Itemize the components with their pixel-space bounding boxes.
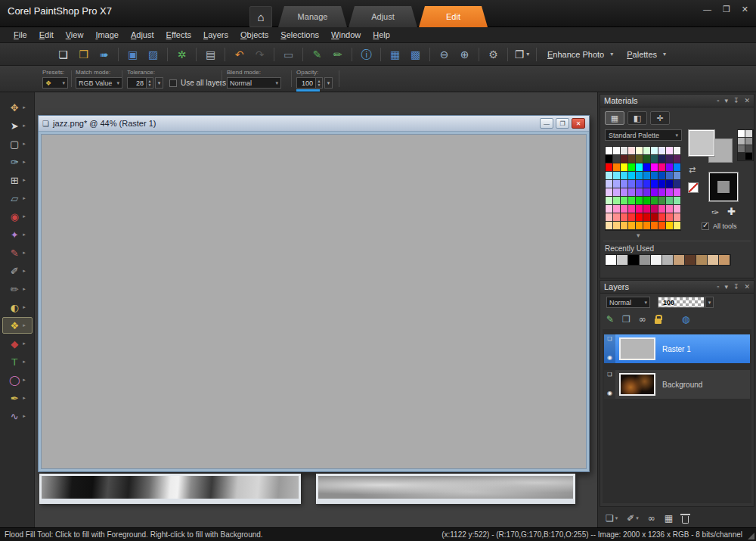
palette-swatch[interactable]: [636, 180, 643, 188]
palette-swatch[interactable]: [636, 222, 643, 230]
color-changer-tool[interactable]: ◆▸: [2, 335, 33, 352]
palette-swatch[interactable]: [613, 163, 621, 172]
recent-swatch[interactable]: [640, 255, 651, 265]
flyout-arrow-icon[interactable]: ▸: [23, 359, 26, 365]
panel-menu-icon[interactable]: ▾: [724, 283, 728, 291]
palette-swatch[interactable]: [666, 155, 674, 163]
palette-swatch[interactable]: [606, 205, 613, 213]
flyout-arrow-icon[interactable]: ▸: [23, 195, 26, 201]
duplicate-layer-icon[interactable]: ❐: [622, 315, 631, 324]
palette-swatch[interactable]: [674, 222, 681, 230]
pan-tool[interactable]: ✥▸: [2, 99, 33, 116]
palette-swatch[interactable]: [643, 163, 651, 172]
flyout-arrow-icon[interactable]: ▸: [23, 104, 26, 110]
menu-item-file[interactable]: File: [8, 28, 33, 42]
minimize-icon[interactable]: —: [703, 5, 711, 14]
palette-swatch[interactable]: [628, 197, 636, 205]
maximize-icon[interactable]: ❒: [723, 5, 730, 14]
palette-swatch[interactable]: [674, 163, 681, 172]
gray-swatch[interactable]: [745, 153, 753, 160]
redo-button[interactable]: ↷: [250, 45, 269, 64]
new-mask-button[interactable]: ✐▾: [627, 513, 639, 524]
undo-button[interactable]: ↶: [230, 45, 249, 64]
document-titlebar[interactable]: ❏ jazz.png* @ 44% (Raster 1) — ❐ ✕: [39, 116, 589, 132]
crop-tool[interactable]: ⊞▸: [2, 172, 33, 188]
gray-swatch[interactable]: [745, 138, 753, 145]
tab-edit[interactable]: Edit: [419, 6, 488, 27]
palette-swatch[interactable]: [643, 205, 651, 213]
menu-item-objects[interactable]: Objects: [234, 28, 274, 42]
paint-brush-tool[interactable]: ✐▸: [2, 263, 33, 279]
gray-swatch[interactable]: [738, 153, 745, 160]
flyout-arrow-icon[interactable]: ▸: [23, 413, 26, 419]
palette-swatch[interactable]: [651, 172, 658, 180]
panel-close-icon[interactable]: ✕: [744, 283, 750, 291]
enhance-photo-button[interactable]: Enhance Photo ▾: [541, 45, 620, 64]
palette-selector[interactable]: Standard Palette ▾: [605, 129, 682, 141]
new-document-button[interactable]: ❏: [54, 45, 73, 64]
layer-thumbnail[interactable]: [619, 373, 655, 396]
palette-swatch[interactable]: [621, 188, 628, 197]
palette-swatch[interactable]: [658, 222, 666, 230]
link-layers-icon[interactable]: ∞: [639, 315, 646, 324]
palette-swatch[interactable]: [606, 188, 613, 197]
palette-swatch[interactable]: [621, 155, 628, 163]
save-button[interactable]: ▣: [123, 45, 142, 64]
background-document-window-1[interactable]: [39, 474, 301, 504]
palette-swatch[interactable]: [613, 172, 621, 180]
recent-swatch[interactable]: [708, 255, 719, 265]
palette-swatch[interactable]: [651, 213, 658, 222]
histogram-button[interactable]: ▦: [386, 45, 404, 64]
palette-swatch[interactable]: [658, 180, 666, 188]
gray-swatch[interactable]: [738, 138, 745, 145]
tab-manage[interactable]: Manage: [278, 6, 347, 27]
layer-opacity-widget[interactable]: 100: [658, 297, 705, 308]
palette-swatch[interactable]: [606, 155, 613, 163]
merge-button[interactable]: ▦: [665, 513, 673, 524]
palette-swatch[interactable]: [636, 172, 643, 180]
image-info-button[interactable]: ⓘ: [357, 45, 376, 64]
palette-swatch[interactable]: [658, 155, 666, 163]
flyout-arrow-icon[interactable]: ▸: [23, 377, 26, 383]
palette-swatch[interactable]: [658, 172, 666, 180]
palette-swatch[interactable]: [621, 213, 628, 222]
recent-swatch[interactable]: [685, 255, 696, 265]
rainbow-view-button[interactable]: ◧: [627, 111, 647, 125]
recent-swatch[interactable]: [606, 255, 617, 265]
palette-swatch[interactable]: [606, 172, 613, 180]
preferences-button[interactable]: ⚙: [484, 45, 503, 64]
swap-colors-icon[interactable]: ⇄: [689, 165, 696, 175]
lock-transparency-icon[interactable]: [655, 316, 662, 324]
foreground-color-swatch[interactable]: [688, 129, 715, 157]
menu-item-help[interactable]: Help: [367, 28, 396, 42]
palette-swatch[interactable]: [606, 163, 613, 172]
palette-swatch[interactable]: [643, 172, 651, 180]
warp-brush-tool[interactable]: ∿▸: [2, 408, 33, 424]
palette-swatch[interactable]: [666, 197, 674, 205]
flyout-arrow-icon[interactable]: ▸: [23, 286, 26, 292]
makeover-tool[interactable]: ✦▸: [2, 226, 33, 243]
materials-header[interactable]: Materials ▫ ▾ ↧ ✕: [600, 95, 754, 107]
menu-item-window[interactable]: Window: [325, 28, 367, 42]
palette-swatch[interactable]: [628, 188, 636, 197]
palette-swatch[interactable]: [628, 205, 636, 213]
tab-adjust[interactable]: Adjust: [349, 6, 417, 27]
flyout-arrow-icon[interactable]: ▸: [23, 304, 26, 310]
palette-swatch[interactable]: [658, 197, 666, 205]
palette-swatch[interactable]: [613, 147, 621, 155]
save-as-button[interactable]: ▨: [144, 45, 163, 64]
palette-swatch[interactable]: [636, 163, 643, 172]
palette-swatch[interactable]: [651, 205, 658, 213]
home-button[interactable]: ⌂: [249, 6, 272, 27]
palette-swatch[interactable]: [666, 188, 674, 197]
layer-row-background[interactable]: ❏◉Background: [604, 370, 750, 399]
palette-swatch[interactable]: [666, 147, 674, 155]
batch-brush-button[interactable]: ✏: [328, 45, 347, 64]
pick-tool[interactable]: ➤▸: [2, 117, 33, 134]
lighten-darken-tool[interactable]: ◐▸: [2, 299, 33, 316]
document-window[interactable]: ❏ jazz.png* @ 44% (Raster 1) — ❐ ✕: [38, 115, 590, 472]
all-tools-checkbox[interactable]: [702, 222, 709, 230]
palette-swatch[interactable]: [651, 147, 658, 155]
palette-swatch[interactable]: [674, 155, 681, 163]
recent-swatch[interactable]: [651, 255, 662, 265]
